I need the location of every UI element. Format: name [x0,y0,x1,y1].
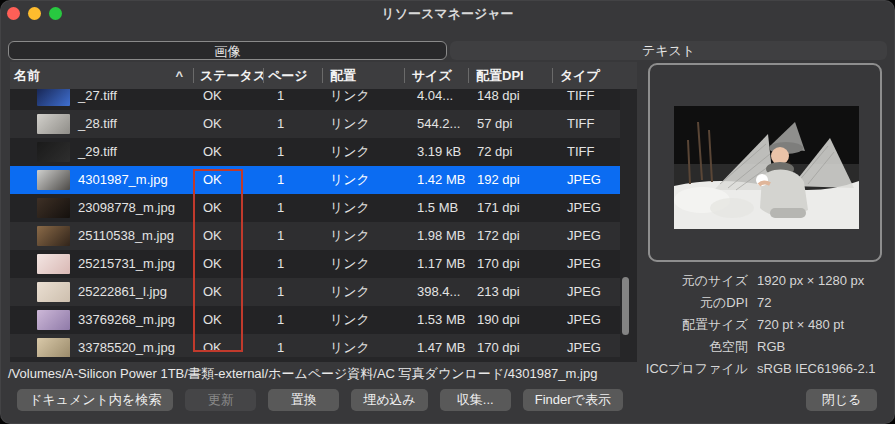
table-row[interactable]: _27.tiff OK 1 リンク 4.04... 148 dpi TIFF [10,89,620,110]
cell-page: 1 [263,334,322,357]
metadata-value: RGB [757,336,785,358]
cell-page: 1 [263,194,322,222]
vertical-scrollbar-thumb[interactable] [622,277,629,335]
column-header[interactable]: サイズ [404,62,468,89]
resource-table: 名前^ステータスページ配置サイズ配置DPIタイプ _27.tiff OK 1 リ… [10,62,637,362]
cell-status: OK [193,306,263,334]
metadata-row: ICCプロファイル sRGB IEC61966-2.1 [630,358,884,380]
metadata-row: 元のDPI 72 [630,292,884,314]
column-header[interactable]: タイプ [552,62,620,89]
file-thumbnail [37,226,70,246]
column-header[interactable]: 配置DPI [468,62,552,89]
cell-page: 1 [263,110,322,138]
file-thumbnail [37,198,70,218]
cell-type: JPEG [552,250,620,278]
file-thumbnail [37,89,70,106]
tab-images[interactable]: 画像 [8,41,447,60]
column-header[interactable]: ページ [263,62,322,89]
cell-dpi: 171 dpi [468,194,552,222]
metadata-value: 72 [757,292,771,314]
preview-image [674,106,859,229]
table-row[interactable]: 25215731_m.jpg OK 1 リンク 1.17 MB 170 dpi … [10,250,620,278]
cell-name: 25215731_m.jpg [10,250,193,278]
window-title: リソースマネージャー [0,0,895,28]
cell-name: 23098778_m.jpg [10,194,193,222]
table-row[interactable]: 33785520_m.jpg OK 1 リンク 1.47 MB 170 dpi … [10,334,620,357]
close-button[interactable]: 閉じる [806,389,877,411]
file-name: 4301987_m.jpg [78,166,168,194]
cell-placement: リンク [322,166,404,194]
file-name: 33785520_m.jpg [78,334,175,357]
cell-dpi: 172 dpi [468,222,552,250]
cell-dpi: 148 dpi [468,89,552,110]
column-header-label: ページ [268,68,308,83]
table-row[interactable]: 25222861_l.jpg OK 1 リンク 398.4... 213 dpi… [10,278,620,306]
metadata-row: 配置サイズ 720 pt × 480 pt [630,314,884,336]
cell-name: 4301987_m.jpg [10,166,193,194]
column-header[interactable]: ステータス [193,62,263,89]
file-thumbnail [37,338,70,357]
file-name: 25222861_l.jpg [78,278,167,306]
cell-placement: リンク [322,89,404,110]
tab-bar: 画像テキスト [8,41,887,60]
cell-name: _29.tiff [10,138,193,166]
column-header-label: 名前 [14,62,40,89]
table-row[interactable]: _29.tiff OK 1 リンク 3.19 kB 72 dpi TIFF [10,138,620,166]
tab-label: 画像 [215,44,241,59]
column-header[interactable]: 配置 [322,62,404,89]
cell-type: TIFF [552,138,620,166]
column-header-label: タイプ [560,68,600,83]
cell-page: 1 [263,278,322,306]
cell-status: OK [193,110,263,138]
metadata-value: 1920 px × 1280 px [757,270,864,292]
footer-button: 更新 [185,389,256,411]
metadata-label: ICCプロファイル [630,358,748,380]
cell-page: 1 [263,89,322,110]
table-row[interactable]: 23098778_m.jpg OK 1 リンク 1.5 MB 171 dpi J… [10,194,620,222]
table-row[interactable]: 25110538_m.jpg OK 1 リンク 1.98 MB 172 dpi … [10,222,620,250]
metadata-label: 配置サイズ [630,314,748,336]
cell-type: TIFF [552,110,620,138]
footer-button[interactable]: 埋め込み [351,389,428,411]
cell-name: 33769268_m.jpg [10,306,193,334]
column-header-label: 配置 [330,68,356,83]
cell-status: OK [193,194,263,222]
cell-size: 1.17 MB [404,250,468,278]
metadata-label: 元のサイズ [630,270,748,292]
file-name: 33769268_m.jpg [78,306,175,334]
cell-dpi: 192 dpi [468,166,552,194]
table-row[interactable]: 4301987_m.jpg OK 1 リンク 1.42 MB 192 dpi J… [10,166,620,194]
cell-name: 33785520_m.jpg [10,334,193,357]
cell-status: OK [193,250,263,278]
resource-manager-window: リソースマネージャー 画像テキスト 名前^ステータスページ配置サイズ配置DPIタ… [0,0,895,424]
column-header[interactable]: 名前^ [10,62,193,89]
file-thumbnail [37,282,70,302]
cell-type: JPEG [552,334,620,357]
footer-button[interactable]: Finderで表示 [523,389,623,411]
cell-status: OK [193,334,263,357]
cell-placement: リンク [322,334,404,357]
cell-name: 25110538_m.jpg [10,222,193,250]
tab-text[interactable]: テキスト [450,41,887,60]
file-thumbnail [37,310,70,330]
metadata-row: 元のサイズ 1920 px × 1280 px [630,270,884,292]
column-header-label: 配置DPI [476,68,524,83]
cell-name: _28.tiff [10,110,193,138]
metadata-value: sRGB IEC61966-2.1 [757,358,876,380]
footer-buttons: ドキュメント内を検索更新置換埋め込み収集...Finderで表示 [17,389,623,411]
image-metadata: 元のサイズ 1920 px × 1280 px 元のDPI 72 配置サイズ 7… [630,270,884,380]
table-header: 名前^ステータスページ配置サイズ配置DPIタイプ [10,62,637,89]
footer-button[interactable]: ドキュメント内を検索 [17,389,173,411]
footer-button[interactable]: 置換 [268,389,339,411]
cell-placement: リンク [322,278,404,306]
metadata-row: 色空間 RGB [630,336,884,358]
metadata-label: 色空間 [630,336,748,358]
table-row[interactable]: _28.tiff OK 1 リンク 544.2... 57 dpi TIFF [10,110,620,138]
preview-panel [648,63,882,262]
table-row[interactable]: 33769268_m.jpg OK 1 リンク 1.53 MB 190 dpi … [10,306,620,334]
cell-size: 1.98 MB [404,222,468,250]
tab-label: テキスト [642,43,695,58]
column-header-label: サイズ [412,68,452,83]
cell-type: JPEG [552,222,620,250]
footer-button[interactable]: 収集... [440,389,511,411]
